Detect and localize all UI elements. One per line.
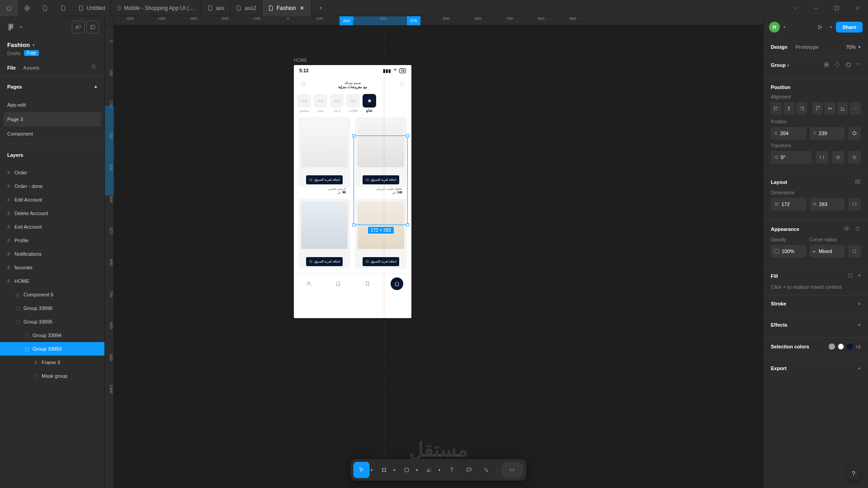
layer-item[interactable]: ⬚Group 33896 (0, 301, 104, 315)
category-item[interactable]: ▭ستاير (314, 94, 327, 113)
pen-tool[interactable] (421, 462, 438, 478)
align-left-icon[interactable] (771, 102, 782, 115)
more-colors[interactable]: +1 (856, 344, 861, 349)
page-item[interactable]: Page 3 (4, 112, 101, 127)
chevron-down-icon[interactable]: ▾ (33, 43, 35, 47)
play-icon[interactable] (814, 21, 826, 33)
tab-assets[interactable]: Assets (23, 65, 39, 70)
layer-item[interactable]: #Order - done (0, 179, 104, 193)
add-to-cart-button[interactable]: اضافة لعربة التسوق (363, 257, 399, 266)
autolayout-icon[interactable] (854, 178, 861, 186)
text-tool[interactable] (444, 462, 460, 478)
bookmark-nav-icon[interactable] (361, 277, 374, 290)
tab-ass[interactable]: ass (202, 0, 231, 16)
share-button[interactable]: Share (836, 22, 863, 33)
drafts-label[interactable]: Drafts (7, 51, 20, 56)
flip-v-icon[interactable] (848, 151, 861, 164)
profile-nav-icon[interactable] (302, 277, 315, 290)
canvas[interactable]: -500-400-300-200-10001002043003765006007… (105, 16, 763, 488)
maximize-icon[interactable] (826, 0, 847, 16)
category-item[interactable]: ▭مصابيح (297, 94, 311, 113)
tab-file-icon[interactable] (36, 0, 54, 16)
flip-link-icon[interactable] (816, 151, 828, 164)
layer-item[interactable]: #favorate (0, 261, 104, 274)
layer-item[interactable]: #Notifications (0, 247, 104, 261)
help-button[interactable]: ? (846, 466, 861, 481)
chevron-down-icon[interactable] (785, 0, 806, 16)
visibility-icon[interactable] (844, 225, 850, 233)
search-icon[interactable] (399, 81, 405, 89)
absolute-position-icon[interactable] (848, 127, 861, 140)
product-card[interactable]: اضافة لعربة التسوق (298, 199, 350, 269)
mockup-frame[interactable]: 5:13 ▮▮▮ 76 صمم منزلك مع مفروشات منزلية (294, 65, 411, 318)
tab-ass2[interactable]: ass2 (230, 0, 262, 16)
constrain-icon[interactable] (848, 198, 861, 211)
color-swatch[interactable] (847, 343, 853, 350)
layer-item[interactable]: #Edit Account (0, 193, 104, 206)
color-swatch[interactable] (838, 343, 844, 350)
blend-icon[interactable] (854, 225, 861, 233)
styles-icon[interactable] (847, 272, 854, 280)
frame-tool-caret[interactable]: ▾ (391, 462, 398, 478)
dev-mode-toggle[interactable] (500, 462, 524, 478)
bell-nav-icon[interactable] (332, 277, 344, 290)
layer-item[interactable]: #HOME (0, 274, 104, 288)
minimize-icon[interactable] (806, 0, 826, 16)
shape-tool[interactable] (399, 462, 415, 478)
tab-untitled[interactable]: Untitled (72, 0, 111, 16)
chevron-down-icon[interactable]: ▾ (20, 25, 22, 29)
layer-item[interactable]: ⬚Group 33895 (0, 315, 104, 328)
chevron-down-icon[interactable]: ▾ (787, 63, 789, 68)
corner-details-icon[interactable] (848, 245, 861, 258)
flip-h-icon[interactable] (832, 151, 844, 164)
category-item[interactable]: ▭طاولات (346, 94, 360, 113)
align-center-h-icon[interactable] (783, 102, 794, 115)
pen-tool-caret[interactable]: ▾ (436, 462, 443, 478)
guide-vertical[interactable] (384, 25, 384, 488)
mask-icon[interactable] (845, 61, 851, 69)
height-input[interactable]: H283 (810, 198, 845, 211)
tab-design[interactable]: Design (771, 44, 788, 50)
align-bottom-icon[interactable] (837, 102, 848, 115)
color-swatch[interactable] (829, 343, 835, 350)
component-icon[interactable] (823, 61, 830, 69)
tab-mobile[interactable]: Mobile - Shopping App UI (Community) (111, 0, 202, 16)
cart-icon[interactable] (300, 81, 307, 89)
frame-label[interactable]: HOME (294, 58, 307, 63)
filename[interactable]: Fashion (7, 42, 30, 48)
shape-tool-caret[interactable]: ▾ (413, 462, 420, 478)
zoom-level[interactable]: 70%▾ (846, 44, 861, 50)
actions-tool[interactable] (478, 462, 495, 478)
comment-tool[interactable] (461, 462, 477, 478)
page-item[interactable]: Component (0, 127, 104, 141)
close-icon[interactable]: ✕ (298, 5, 306, 12)
add-page-icon[interactable]: + (94, 84, 97, 89)
add-fill-icon[interactable]: + (858, 272, 861, 280)
corner-input[interactable]: ⌐Mixed (810, 245, 845, 258)
product-card[interactable]: اضافة لعربة التسوق (355, 117, 407, 187)
new-tab-icon[interactable]: + (311, 0, 330, 16)
home-nav-icon[interactable] (391, 277, 403, 290)
figma-icon[interactable] (5, 22, 16, 33)
opacity-input[interactable]: 100% (771, 245, 806, 258)
add-to-cart-button[interactable]: اضافة لعربة التسوق (306, 257, 343, 266)
keyboard-icon[interactable]: A? (72, 21, 85, 33)
add-effect-icon[interactable]: + (858, 322, 861, 328)
more-align-icon[interactable]: ⋯ (850, 102, 861, 115)
y-input[interactable]: Y239 (810, 127, 845, 140)
home-icon[interactable] (0, 0, 18, 16)
layer-item[interactable]: #Profile (0, 234, 104, 247)
x-input[interactable]: X204 (771, 127, 806, 140)
layers-list[interactable]: #Order#Order - done#Edit Account#Delete … (0, 166, 104, 488)
close-icon[interactable] (847, 0, 868, 16)
layer-item[interactable]: ⬚Mask group (0, 369, 104, 383)
move-tool-caret[interactable]: ▾ (368, 462, 375, 478)
align-top-icon[interactable] (812, 102, 823, 115)
page-item[interactable]: App-edit (0, 98, 104, 112)
tab-prototype[interactable]: Prototype (796, 44, 819, 50)
product-card[interactable]: اضافة لعربة التسوق (355, 199, 407, 269)
add-stroke-icon[interactable]: + (858, 301, 861, 306)
category-item[interactable]: ▭اريكة (330, 94, 344, 113)
sidebar-toggle-icon[interactable] (86, 21, 99, 33)
rotation-input[interactable]: ⟲0° (771, 151, 812, 164)
